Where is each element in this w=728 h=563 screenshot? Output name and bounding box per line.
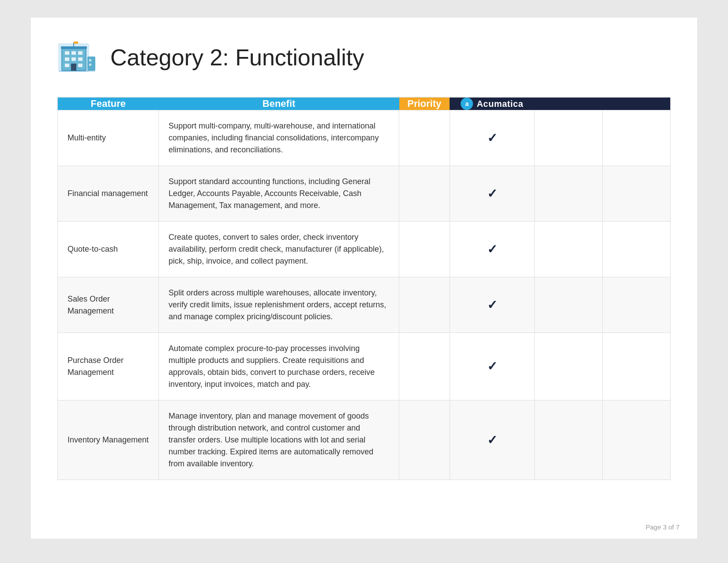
table-row: Purchase OrderManagement Automate comple… [58,333,671,401]
svg-rect-16 [89,59,91,61]
acumatica-logo: a Acumatica [461,98,523,110]
acumatica-brand-name: Acumatica [477,99,523,109]
col-header-empty-2 [602,98,670,110]
empty-cell-1 [535,401,603,480]
checkmark-icon: ✓ [487,433,497,447]
svg-rect-12 [61,46,87,49]
benefit-cell: Automate complex procure-to-pay processe… [159,333,399,401]
priority-cell [399,222,450,277]
checkmark-icon: ✓ [487,242,497,256]
page-title: Category 2: Functionality [110,44,364,71]
priority-cell [399,333,450,401]
svg-rect-9 [65,64,69,67]
svg-rect-6 [65,57,69,61]
svg-rect-3 [65,51,69,55]
empty-cell-2 [602,222,670,277]
table-row: Quote-to-cash Create quotes, convert to … [58,222,671,277]
acumatica-check-cell: ✓ [450,222,535,277]
comparison-table: Feature Benefit Priority a Acumatica [57,97,671,480]
checkmark-icon: ✓ [487,298,497,312]
checkmark-icon: ✓ [487,131,497,145]
empty-cell-1 [535,166,603,222]
acumatica-check-cell: ✓ [450,277,535,333]
acumatica-icon: a [461,98,473,110]
feature-cell: Purchase OrderManagement [58,333,159,401]
col-header-acumatica: a Acumatica [450,98,535,110]
svg-rect-14 [74,42,78,44]
acumatica-check-cell: ✓ [450,333,535,401]
empty-cell-1 [535,222,603,277]
table-row: Multi-entity Support multi-company, mult… [58,110,671,166]
benefit-cell: Support standard accounting functions, i… [159,166,399,222]
empty-cell-2 [602,333,670,401]
empty-cell-2 [602,166,670,222]
col-header-empty-1 [535,98,603,110]
benefit-cell: Create quotes, convert to sales order, c… [159,222,399,277]
checkmark-icon: ✓ [487,187,497,200]
svg-rect-18 [59,71,95,72]
priority-cell [399,110,450,166]
svg-rect-5 [78,51,83,55]
page-container: Category 2: Functionality Feature Benefi… [31,18,697,539]
feature-cell: Quote-to-cash [58,222,159,277]
page-header: Category 2: Functionality [57,40,671,75]
svg-rect-4 [71,51,76,55]
empty-cell-1 [535,110,603,166]
table-row: Sales OrderManagement Split orders acros… [58,277,671,333]
svg-rect-11 [71,64,76,71]
table-row: Inventory Management Manage inventory, p… [58,401,671,480]
svg-rect-15 [87,57,95,71]
col-header-priority: Priority [399,98,450,110]
acumatica-check-cell: ✓ [450,166,535,222]
col-header-benefit: Benefit [159,98,399,110]
empty-cell-2 [602,401,670,480]
priority-cell [399,166,450,222]
benefit-cell: Manage inventory, plan and manage moveme… [159,401,399,480]
feature-cell: Inventory Management [58,401,159,480]
benefit-cell: Support multi-company, multi-warehouse, … [159,110,399,166]
svg-rect-8 [78,57,83,61]
priority-cell [399,277,450,333]
category-icon [57,40,97,75]
feature-cell: Sales OrderManagement [58,277,159,333]
benefit-cell: Split orders across multiple warehouses,… [159,277,399,333]
empty-cell-1 [535,277,603,333]
feature-cell: Multi-entity [58,110,159,166]
empty-cell-2 [602,110,670,166]
feature-cell: Financial management [58,166,159,222]
page-number: Page 3 of 7 [645,523,679,531]
acumatica-check-cell: ✓ [450,401,535,480]
empty-cell-2 [602,277,670,333]
acumatica-logo-container: a Acumatica [450,98,535,110]
checkmark-icon: ✓ [487,359,497,373]
svg-rect-17 [89,64,91,66]
table-row: Financial management Support standard ac… [58,166,671,222]
priority-cell [399,401,450,480]
col-header-feature: Feature [58,98,159,110]
empty-cell-1 [535,333,603,401]
svg-rect-10 [78,64,83,67]
svg-rect-7 [71,57,76,61]
acumatica-check-cell: ✓ [450,110,535,166]
